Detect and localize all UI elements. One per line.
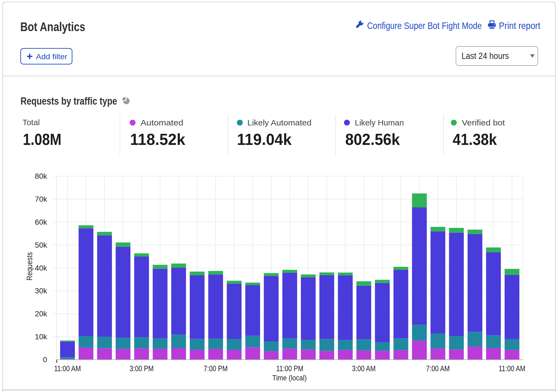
svg-text:Time (local): Time (local): [272, 374, 307, 382]
svg-text:70k: 70k: [35, 195, 47, 203]
svg-text:Requests: Requests: [25, 252, 34, 281]
svg-text:60k: 60k: [35, 218, 47, 226]
svg-text:30k: 30k: [35, 287, 47, 295]
svg-text:Likely Human: Likely Human: [355, 118, 404, 127]
svg-text:Automated: Automated: [140, 118, 183, 127]
svg-text:Configure Super Bot Fight Mode: Configure Super Bot Fight Mode: [367, 20, 482, 31]
svg-text:3:00 AM: 3:00 AM: [352, 364, 376, 373]
svg-text:Add filter: Add filter: [36, 52, 67, 61]
svg-text:118.52k: 118.52k: [130, 130, 186, 148]
svg-text:Verified bot: Verified bot: [462, 118, 505, 127]
svg-text:1.08M: 1.08M: [23, 130, 62, 148]
svg-text:11:00 AM: 11:00 AM: [499, 364, 526, 373]
svg-text:40k: 40k: [35, 264, 47, 272]
svg-text:7:00 PM: 7:00 PM: [204, 364, 228, 373]
svg-text:Likely Automated: Likely Automated: [247, 118, 311, 127]
svg-text:50k: 50k: [35, 241, 47, 249]
svg-text:Bot Analytics: Bot Analytics: [20, 19, 85, 34]
svg-text:11:00 PM: 11:00 PM: [276, 364, 303, 373]
svg-text:11:00 AM: 11:00 AM: [54, 364, 81, 373]
svg-text:119.04k: 119.04k: [237, 130, 292, 148]
svg-text:80k: 80k: [35, 172, 47, 180]
svg-text:Total: Total: [22, 118, 40, 127]
svg-text:10k: 10k: [35, 333, 47, 341]
svg-text:41.38k: 41.38k: [453, 130, 497, 148]
svg-text:Last 24 hours: Last 24 hours: [462, 51, 509, 61]
svg-text:802.56k: 802.56k: [345, 130, 400, 148]
svg-text:20k: 20k: [35, 310, 47, 318]
svg-text:Print report: Print report: [499, 20, 540, 31]
svg-text:0: 0: [43, 356, 47, 364]
svg-text:7:00 AM: 7:00 AM: [426, 364, 450, 373]
svg-text:Requests by traffic type: Requests by traffic type: [21, 95, 117, 107]
svg-text:3:00 PM: 3:00 PM: [130, 364, 154, 373]
